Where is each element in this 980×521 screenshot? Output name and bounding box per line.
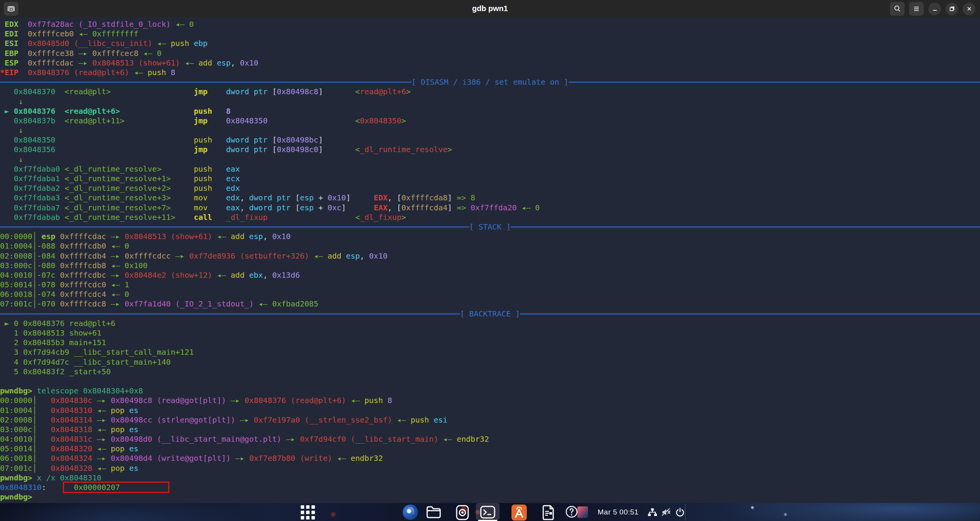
terminal-line: EDI 0xffffceb0 ◂— 0xffffffff — [0, 29, 980, 39]
network-tray-button[interactable] — [647, 505, 658, 520]
terminal-line: 0xf7fdaba3 <_dl_runtime_resolve+3> mov e… — [0, 193, 980, 203]
terminal-line: 0xf7fdaba1 <_dl_runtime_resolve+1> push … — [0, 174, 980, 183]
terminal-line: ESP 0xffffcdac —▸ 0x8048513 (show+61) ◂—… — [0, 58, 980, 68]
terminal-line — [0, 377, 980, 386]
terminal-line: pwndbg> telescope 0x8048304+0x8 — [0, 386, 980, 396]
power-tray-button[interactable] — [674, 505, 687, 520]
terminal-section-rule: [ BACKTRACE ] — [0, 309, 980, 319]
terminal-line: ↓ — [0, 126, 980, 135]
camera-app-icon — [455, 505, 470, 521]
terminal-line: 07:001c│-070 0xffffcdc8 —▸ 0xf7fa1d40 (_… — [0, 299, 980, 309]
volume-tray-button[interactable] — [660, 505, 673, 520]
terminal-line: 3 0xf7d94cb9 __libc_start_call_main+121 — [0, 347, 980, 357]
terminal-line: ↓ — [0, 97, 980, 106]
terminal-line: EDX 0xf7fa28ac (_IO_stdfile_0_lock) ◂— 0 — [0, 20, 980, 29]
picture-thumbnail-icon — [577, 506, 588, 518]
search-button[interactable] — [890, 2, 905, 16]
terminal-line: 01:0004│-088 0xffffcdb0 ◂— 0 — [0, 241, 980, 251]
terminal-line: 04:0010│-07c 0xffffcdbc —▸ 0x80484e2 (sh… — [0, 270, 980, 280]
show-apps-button[interactable] — [300, 505, 315, 520]
terminal-line: ► 0 0x8048376 read@plt+6 — [0, 319, 980, 328]
terminal-line: 0x8048310: 0x00000207 — [0, 483, 980, 492]
search-icon — [893, 5, 901, 13]
terminal-line: 0x804837b <read@plt+11> jmp 0x8048350 <0… — [0, 116, 980, 126]
terminal-line: ESI 0x80485d0 (__libc_csu_init) ◂— push … — [0, 39, 980, 48]
terminal-line: 03:000c│ 0x8048318 ◂— pop es — [0, 425, 980, 434]
panel-clock[interactable]: Mar 5 00:51 — [598, 503, 639, 521]
menu-button[interactable] — [909, 2, 924, 16]
browser-icon — [403, 505, 418, 520]
minimize-icon — [931, 5, 938, 12]
terminal-line: 03:000c│-080 0xffffcdb8 ◂— 0x100 — [0, 261, 980, 270]
terminal-section-rule: [ STACK ] — [0, 222, 980, 232]
volume-muted-icon — [661, 507, 672, 517]
folder-icon — [426, 505, 442, 519]
terminal-line: 0xf7fdabab <_dl_runtime_resolve+11> call… — [0, 213, 980, 222]
terminal-line: ↓ — [0, 155, 980, 164]
terminal-line: 2 0x80485b3 main+151 — [0, 338, 980, 347]
text-editor-icon — [541, 505, 556, 521]
terminal-line: 5 0x80483f2 _start+50 — [0, 367, 980, 377]
terminal-line: ► 0x8048376 <read@plt+6> push 8 — [0, 106, 980, 116]
hamburger-menu-icon — [912, 5, 921, 13]
terminal-line: 0xf7fdaba0 <_dl_runtime_resolve> push ea… — [0, 164, 980, 174]
terminal-line: 1 0x8048513 show+61 — [0, 328, 980, 338]
minimize-button[interactable] — [928, 3, 941, 15]
titlebar: gdb pwn1 — [0, 0, 980, 17]
terminal-line: pwndbg> — [0, 492, 980, 502]
text-editor-launcher[interactable] — [540, 505, 556, 521]
terminal-line: 05:0014│ 0x8048320 ◂— pop es — [0, 444, 980, 454]
terminal-line: *EIP 0x8048376 (read@plt+6) ◂— push 8 — [0, 68, 980, 77]
terminal-line: 02:0008│-084 0xffffcdb4 —▸ 0xffffcdcc —▸… — [0, 251, 980, 261]
taskbar: Mar 5 00:51 — [0, 503, 980, 521]
restore-button[interactable] — [946, 3, 958, 15]
terminal-line: 0xf7fdaba2 <_dl_runtime_resolve+2> push … — [0, 183, 980, 193]
terminal-icon — [480, 505, 496, 519]
camera-app-launcher[interactable] — [454, 505, 470, 521]
software-store-launcher[interactable] — [511, 505, 527, 521]
terminal-line: 00:0000│ esp 0xffffcdac —▸ 0x8048513 (sh… — [0, 232, 980, 241]
close-icon — [966, 5, 973, 12]
terminal-line: 0xf7fdaba7 <_dl_runtime_resolve+7> mov e… — [0, 203, 980, 213]
power-icon — [675, 507, 685, 517]
terminal-line: 0x8048356 jmp dword ptr [0x80498c0] <_dl… — [0, 145, 980, 154]
files-launcher[interactable] — [425, 505, 442, 520]
apps-grid-icon — [301, 505, 315, 519]
terminal-line: 00:0000│ 0x804830c —▸ 0x80498c8 (read@go… — [0, 396, 980, 405]
terminal-line: 06:0018│ 0x8048324 —▸ 0x80498d4 (write@g… — [0, 454, 980, 463]
help-launcher[interactable] — [565, 505, 578, 519]
restore-icon — [949, 5, 955, 12]
terminal-line: 4 0xf7d94d7c __libc_start_main+140 — [0, 357, 980, 367]
terminal-line: 07:001c│ 0x8048328 ◂— pop es — [0, 464, 980, 473]
panel-divider — [685, 504, 685, 520]
help-icon — [565, 505, 578, 519]
software-store-icon — [511, 505, 527, 521]
close-button[interactable] — [963, 3, 975, 15]
terminal-line: 0x8048370 <read@plt> jmp dword ptr [0x80… — [0, 87, 980, 97]
terminal-section-rule: [ DISASM / i386 / set emulate on ] — [0, 77, 980, 87]
window-title: gdb pwn1 — [0, 4, 980, 13]
terminal-launcher[interactable] — [480, 505, 496, 520]
browser-launcher[interactable] — [402, 505, 418, 520]
highlight-box — [63, 482, 169, 493]
terminal-line: 02:0008│ 0x8048314 —▸ 0x80498cc (strlen@… — [0, 415, 980, 425]
picture-thumbnail[interactable] — [577, 505, 588, 520]
network-icon — [647, 508, 657, 517]
terminal-line: EBP 0xffffce38 —▸ 0xffffcec8 ◂— 0 — [0, 49, 980, 58]
terminal-line: 0x8048350 push dword ptr [0x80498bc] — [0, 135, 980, 145]
terminal-line: 05:0014│-078 0xffffcdc0 ◂— 1 — [0, 280, 980, 290]
terminal-line: 04:0010│ 0x804831c —▸ 0x80498d0 (__libc_… — [0, 434, 980, 444]
terminal-line: 01:0004│ 0x8048310 ◂— pop es — [0, 406, 980, 415]
terminal-line: 06:0018│-074 0xffffcdc4 ◂— 0 — [0, 290, 980, 299]
terminal-output[interactable]: EDX 0xf7fa28ac (_IO_stdfile_0_lock) ◂— 0… — [0, 17, 980, 503]
